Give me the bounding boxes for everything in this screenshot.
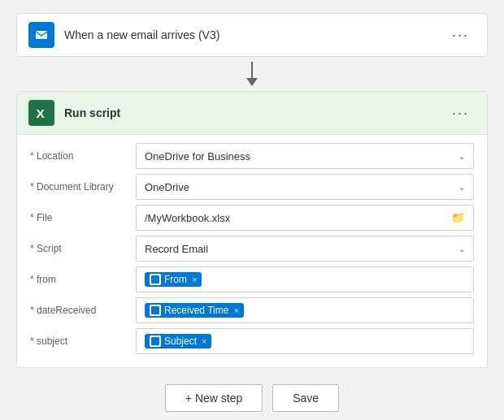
trigger-icon <box>28 22 54 48</box>
chevron-down-icon: ⌄ <box>458 152 465 161</box>
action-block: X Run script ··· * Location OneDrive for… <box>16 91 488 368</box>
action-more-options[interactable]: ··· <box>445 102 476 125</box>
outlook-icon <box>33 27 50 43</box>
input-date-received[interactable]: Received Time × <box>136 297 474 323</box>
svg-rect-1 <box>36 31 47 39</box>
label-date-received: * dateReceived <box>30 305 136 316</box>
chevron-down-icon-3: ⌄ <box>458 245 465 253</box>
new-step-button[interactable]: + New step <box>165 384 263 412</box>
bottom-actions: + New step Save <box>165 384 339 412</box>
field-row-date-received: * dateReceived Received Time × <box>30 296 474 325</box>
token-from-label: From <box>164 274 187 285</box>
label-script: * Script <box>30 243 136 254</box>
trigger-more-options[interactable]: ··· <box>445 24 476 47</box>
token-date-received-close[interactable]: × <box>233 305 238 315</box>
field-row-location: * Location OneDrive for Business ⌄ <box>30 141 474 171</box>
input-file[interactable]: /MyWorkbook.xlsx 📁 <box>136 205 474 231</box>
save-button[interactable]: Save <box>272 384 339 412</box>
token-outlook-icon-2 <box>150 305 161 316</box>
excel-icon: X <box>33 104 50 122</box>
label-location: * Location <box>30 150 136 162</box>
action-title: Run script <box>64 106 445 119</box>
token-date-received: Received Time × <box>145 303 244 318</box>
arrow-connector <box>246 62 258 86</box>
field-row-document-library: * Document Library OneDrive ⌄ <box>30 172 474 201</box>
trigger-title: When a new email arrives (V3) <box>64 28 445 41</box>
arrow-line <box>251 62 253 78</box>
field-row-subject: * subject Subject × <box>30 327 474 356</box>
token-outlook-icon <box>150 274 161 285</box>
input-document-library[interactable]: OneDrive ⌄ <box>136 174 474 200</box>
field-row-from: * from From × <box>30 265 474 294</box>
trigger-block: When a new email arrives (V3) ··· <box>16 13 488 57</box>
input-script-value: Record Email <box>145 243 208 255</box>
label-from: * from <box>30 274 136 285</box>
token-subject: Subject × <box>145 334 211 349</box>
chevron-down-icon-2: ⌄ <box>458 183 465 192</box>
field-row-file: * File /MyWorkbook.xlsx 📁 <box>30 203 474 232</box>
input-location[interactable]: OneDrive for Business ⌄ <box>136 143 474 169</box>
field-row-script: * Script Record Email ⌄ <box>30 234 474 263</box>
token-date-received-label: Received Time <box>164 305 228 316</box>
input-file-value: /MyWorkbook.xlsx <box>145 212 230 224</box>
input-script[interactable]: Record Email ⌄ <box>136 236 474 262</box>
input-subject[interactable]: Subject × <box>136 328 474 354</box>
label-file: * File <box>30 212 136 223</box>
input-from[interactable]: From × <box>136 266 474 292</box>
token-outlook-icon-3 <box>150 336 161 347</box>
label-document-library: * Document Library <box>30 181 136 193</box>
label-subject: * subject <box>30 336 136 347</box>
action-header: X Run script ··· <box>17 92 487 135</box>
folder-icon: 📁 <box>451 211 465 224</box>
token-from-close[interactable]: × <box>192 275 197 284</box>
action-body: * Location OneDrive for Business ⌄ * Doc… <box>17 135 487 367</box>
token-subject-close[interactable]: × <box>202 336 206 346</box>
svg-text:X: X <box>36 106 45 120</box>
input-location-value: OneDrive for Business <box>145 150 250 162</box>
arrow-head <box>246 78 258 86</box>
input-document-library-value: OneDrive <box>145 181 189 193</box>
token-from: From × <box>145 272 202 287</box>
token-subject-label: Subject <box>164 336 197 347</box>
action-icon: X <box>28 100 54 126</box>
